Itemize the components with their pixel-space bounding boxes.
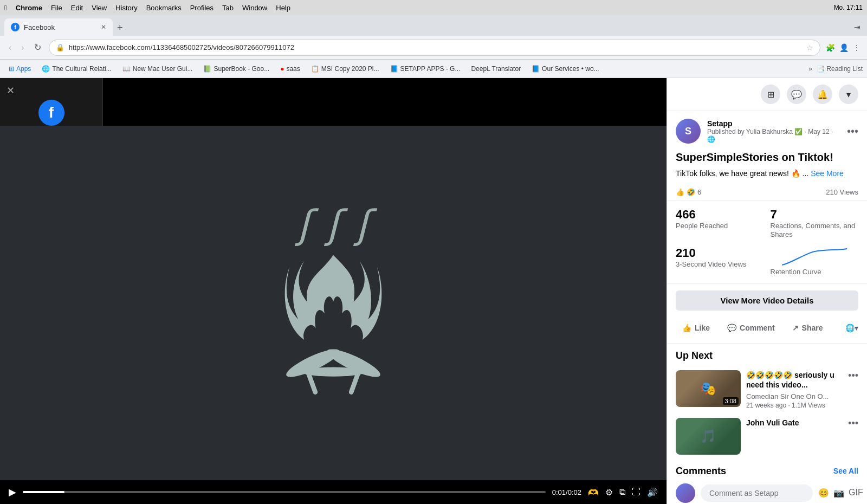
comment-input[interactable]	[701, 484, 813, 502]
facebook-logo: f	[38, 100, 64, 126]
fire-animation	[274, 249, 393, 401]
bookmark-cultural-relations[interactable]: 🌐 The Cultural Relati...	[37, 63, 115, 74]
forward-button[interactable]: ›	[19, 41, 26, 55]
menu-help[interactable]: Help	[276, 4, 290, 12]
bookmark-msi[interactable]: 📋 MSI Copy 2020 Pl...	[307, 63, 384, 74]
stats-grid: 466 People Reached 7 Reactions, Comments…	[667, 201, 867, 285]
apps-icon-button[interactable]: ⊞	[761, 85, 780, 104]
up-next-info-1: 🤣🤣🤣🤣🤣 seriously u need this video... Com…	[746, 370, 843, 409]
bookmarks-bar: ⊞ Apps 🌐 The Cultural Relati... 📖 New Ma…	[0, 60, 867, 78]
reading-list-label[interactable]: 📑 Reading List	[817, 65, 863, 73]
like-button[interactable]: 👍 Like	[676, 319, 716, 337]
bookmark-label-4: saas	[286, 65, 300, 73]
gif-icon[interactable]: GIF	[849, 488, 863, 498]
post-more-button[interactable]: •••	[847, 125, 858, 138]
tab-close-button[interactable]: ✕	[101, 23, 106, 31]
up-next-info-2: John Vuli Gate	[746, 418, 843, 455]
main-content: ✕ f ʃ ʃ ʃ	[0, 78, 867, 504]
comment-label: Comment	[740, 324, 775, 332]
fb-left-sidebar: ✕ f	[0, 78, 103, 126]
haha-emoji: 🤣	[687, 188, 695, 196]
bookmark-label-8: Our Services • wo...	[542, 65, 599, 73]
comment-button[interactable]: 💬 Comment	[721, 319, 781, 337]
menu-tab[interactable]: Tab	[222, 4, 234, 12]
notifications-icon-button[interactable]: 🔔	[813, 85, 832, 104]
video-panel: ✕ f ʃ ʃ ʃ	[0, 78, 667, 504]
bookmark-deepl[interactable]: DeepL Translator	[467, 63, 525, 74]
video-area[interactable]: ʃ ʃ ʃ	[0, 126, 667, 480]
fb-f-letter: f	[49, 104, 54, 121]
tab-bar: f Facebook ✕ + ⇥	[0, 15, 867, 36]
thumb-duration-1: 3:08	[723, 397, 739, 405]
see-more-button[interactable]: See More	[811, 169, 844, 178]
reload-button[interactable]: ↻	[32, 40, 43, 55]
pip-button[interactable]: ⧉	[619, 487, 625, 497]
camera-icon[interactable]: 📷	[833, 488, 844, 498]
comments-title: Comments	[676, 466, 726, 477]
video-content: ʃ ʃ ʃ	[274, 205, 393, 401]
view-details-button[interactable]: View More Video Details	[676, 290, 858, 311]
comment-icon: 💬	[727, 324, 736, 332]
apple-menu[interactable]: 	[4, 4, 7, 12]
account-menu-button[interactable]: ▾	[839, 85, 858, 104]
bookmark-apps[interactable]: ⊞ Apps	[4, 63, 35, 74]
apps-grid-icon: ⊞	[9, 65, 14, 73]
bookmark-icon-4: ●	[280, 65, 284, 73]
url-bar[interactable]: 🔒 https://www.facebook.com/1133646850027…	[49, 40, 820, 56]
menu-file[interactable]: File	[51, 4, 62, 12]
up-next-more-button-1[interactable]: •••	[848, 370, 858, 382]
extensions-button[interactable]: 🧩	[826, 43, 835, 52]
time-display: 0:01/0:02	[552, 488, 581, 496]
bookmark-our-services[interactable]: 📘 Our Services • wo...	[527, 63, 604, 74]
address-bar-icons: 🧩 👤 ⋮	[826, 43, 860, 52]
up-next-more-button-2[interactable]: •••	[848, 418, 858, 429]
post-desc-text: TikTok folks, we have great news! 🔥 ...	[676, 169, 808, 178]
bookmark-label-5: MSI Copy 2020 Pl...	[321, 65, 379, 73]
fullscreen-button[interactable]: ⛶	[632, 487, 640, 497]
people-reached-label: People Reached	[676, 222, 764, 231]
progress-bar[interactable]	[23, 491, 546, 493]
new-tab-button[interactable]: +	[114, 22, 126, 34]
see-all-button[interactable]: See All	[833, 467, 858, 475]
people-reached-stat: 466 People Reached	[676, 208, 764, 240]
menu-view[interactable]: View	[92, 4, 107, 12]
bookmarks-more-button[interactable]: »	[808, 65, 812, 73]
close-sidebar-button[interactable]: ✕	[7, 85, 15, 96]
bookmark-setapp[interactable]: 📘 SETAPP APPS - G...	[386, 63, 465, 74]
bookmark-mac-user-guide[interactable]: 📖 New Mac User Gui...	[118, 63, 197, 74]
emoji-picker-icon[interactable]: 😊	[818, 488, 829, 498]
menu-bookmarks[interactable]: Bookmarks	[146, 4, 182, 12]
back-button[interactable]: ‹	[7, 41, 14, 55]
reactions-count: 7	[771, 208, 859, 222]
bookmark-superbook[interactable]: 📗 SuperBook - Goo...	[199, 63, 274, 74]
reactions-button[interactable]: 🫶	[588, 487, 599, 497]
sidebar-toggle-button[interactable]: ⇥	[852, 21, 863, 34]
share-button[interactable]: ↗ Share	[786, 319, 830, 337]
bookmark-label-1: The Cultural Relati...	[52, 65, 111, 73]
bookmark-icon-3: 📗	[203, 65, 211, 73]
active-tab[interactable]: f Facebook ✕	[4, 18, 113, 36]
like-emoji: 👍	[676, 188, 684, 196]
bookmark-label-2: New Mac User Gui...	[133, 65, 193, 73]
up-next-item-2[interactable]: 🎵 John Vuli Gate •••	[667, 413, 867, 459]
action-more-button[interactable]: 🌐▾	[845, 324, 858, 332]
menu-history[interactable]: History	[115, 4, 137, 12]
reaction-icons: 👍 🤣 6	[676, 188, 701, 196]
menu-profiles[interactable]: Profiles	[190, 4, 213, 12]
settings-button[interactable]: ⚙	[605, 487, 613, 497]
bookmark-star-icon[interactable]: ☆	[806, 43, 813, 52]
bookmark-saas[interactable]: ● saas	[276, 63, 305, 74]
post-description: TikTok folks, we have great news! 🔥 ... …	[667, 169, 867, 184]
menu-edit[interactable]: Edit	[71, 4, 83, 12]
play-button[interactable]: ▶	[9, 486, 16, 498]
more-button[interactable]: ⋮	[853, 43, 860, 52]
up-next-item-1[interactable]: 🎭 3:08 🤣🤣🤣🤣🤣 seriously u need this video…	[667, 366, 867, 413]
profile-button[interactable]: 👤	[839, 43, 849, 52]
like-label: Like	[695, 324, 710, 332]
volume-button[interactable]: 🔊	[647, 487, 658, 497]
comments-header: Comments See All	[667, 459, 867, 481]
messenger-icon-button[interactable]: 💬	[787, 85, 806, 104]
app-name[interactable]: Chrome	[16, 4, 42, 12]
menu-window[interactable]: Window	[242, 4, 267, 12]
up-next-thumb-1: 🎭 3:08	[676, 370, 741, 407]
